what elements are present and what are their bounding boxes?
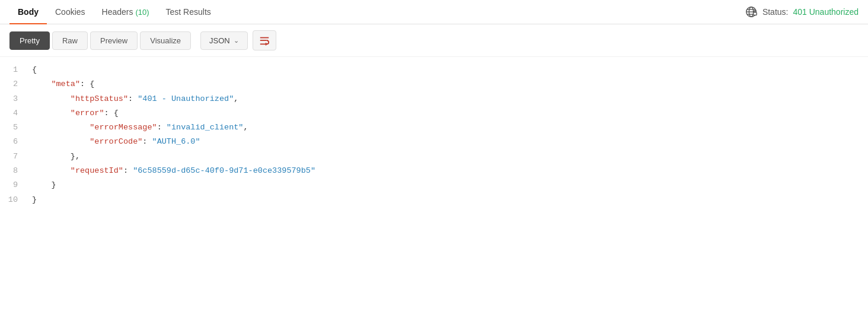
- view-preview-button[interactable]: Preview: [90, 31, 138, 50]
- code-line-2: "meta": {: [32, 77, 868, 91]
- line-numbers: 1 2 3 4 5 6 7 8 9 10: [0, 63, 30, 207]
- code-area: 1 2 3 4 5 6 7 8 9 10 { "meta": { "httpSt…: [0, 57, 868, 213]
- format-dropdown[interactable]: JSON ⌄: [200, 31, 248, 50]
- tab-bar: Body Cookies Headers (10) Test Results S…: [0, 0, 868, 24]
- code-line-5: "errorMessage": "invalid_client",: [32, 121, 868, 135]
- tab-body[interactable]: Body: [9, 0, 47, 24]
- code-content: { "meta": { "httpStatus": "401 - Unautho…: [30, 63, 868, 207]
- chevron-down-icon: ⌄: [234, 37, 239, 45]
- code-line-8: "requestId": "6c58559d-d65c-40f0-9d71-e0…: [32, 164, 868, 178]
- tab-test-results[interactable]: Test Results: [158, 0, 219, 24]
- code-line-9: }: [32, 178, 868, 192]
- status-area: Status: 401 Unauthorized: [745, 5, 859, 18]
- sub-toolbar: Pretty Raw Preview Visualize JSON ⌄: [0, 24, 868, 57]
- svg-rect-5: [754, 12, 757, 15]
- code-line-7: },: [32, 150, 868, 164]
- wrap-toggle-button[interactable]: [253, 30, 276, 50]
- code-line-4: "error": {: [32, 106, 868, 121]
- tab-headers[interactable]: Headers (10): [94, 0, 158, 24]
- status-code: 401 Unauthorized: [793, 7, 859, 17]
- tab-headers-label: Headers: [102, 7, 133, 17]
- tab-cookies[interactable]: Cookies: [47, 0, 94, 24]
- tab-headers-badge: (10): [135, 8, 149, 17]
- view-visualize-button[interactable]: Visualize: [140, 31, 191, 50]
- code-line-1: {: [32, 63, 868, 77]
- code-line-3: "httpStatus": "401 - Unauthorized",: [32, 92, 868, 106]
- view-raw-button[interactable]: Raw: [52, 31, 88, 50]
- globe-lock-icon: [745, 5, 758, 18]
- status-label: Status:: [762, 7, 789, 17]
- wrap-lines-icon: [259, 35, 270, 46]
- view-pretty-button[interactable]: Pretty: [9, 31, 50, 50]
- format-label: JSON: [209, 36, 230, 45]
- code-line-10: }: [32, 193, 868, 207]
- code-line-6: "errorCode": "AUTH_6.0": [32, 135, 868, 149]
